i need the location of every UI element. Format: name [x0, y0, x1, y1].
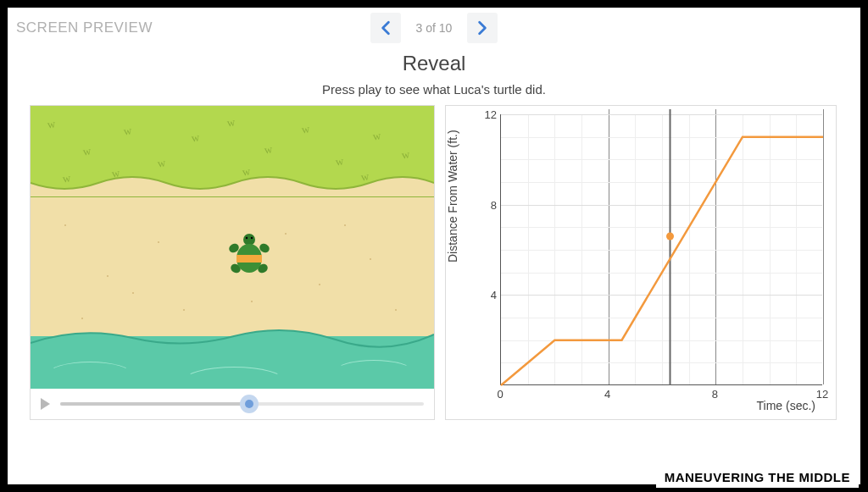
y-tick: 8 [483, 198, 497, 211]
chart-plot-area [500, 114, 822, 385]
y-tick: 4 [483, 289, 497, 301]
svg-point-7 [246, 237, 248, 239]
water-edge-icon [31, 321, 434, 351]
screen-preview-label: SCREEN PREVIEW [16, 19, 370, 36]
playback-slider[interactable] [60, 402, 424, 406]
brand-label: MANEUVERING THE MIDDLE [656, 467, 859, 488]
x-tick: 4 [604, 388, 610, 401]
chevron-right-icon [476, 20, 488, 36]
page-subtitle: Press play to see what Luca's turtle did… [8, 82, 860, 97]
beach-scene: w w w w w w w w w w w w w w w [31, 106, 434, 389]
playback-knob[interactable] [240, 395, 259, 413]
x-tick: 0 [497, 388, 503, 401]
chart-line [501, 137, 823, 385]
chart-svg [501, 114, 823, 385]
animation-panel: w w w w w w w w w w w w w w w [30, 105, 435, 420]
page-indicator: 3 of 10 [401, 21, 468, 35]
header: SCREEN PREVIEW 3 of 10 [8, 8, 860, 48]
play-button[interactable] [41, 398, 50, 410]
playback-fill [60, 402, 249, 406]
grass-edge-icon [31, 176, 434, 196]
y-tick: 12 [483, 108, 497, 121]
y-axis-label: Distance From Water (ft.) [446, 130, 459, 263]
prev-button[interactable] [370, 13, 401, 43]
plot-region [500, 114, 822, 385]
next-button[interactable] [467, 13, 498, 43]
x-tick: 8 [712, 388, 718, 401]
svg-rect-6 [236, 255, 262, 263]
current-point [666, 233, 674, 240]
page-title: Reveal [8, 52, 860, 75]
x-axis-label: Time (sec.) [757, 399, 815, 412]
water-region [31, 336, 434, 389]
nav-group: 3 of 10 [370, 13, 498, 43]
svg-point-8 [251, 237, 253, 239]
playback-bar [31, 389, 434, 419]
x-tick: 12 [816, 388, 828, 401]
app-frame: SCREEN PREVIEW 3 of 10 Reveal Press play… [0, 0, 868, 492]
grass-region: w w w w w w w w w w w w w w w [31, 106, 434, 197]
panels: w w w w w w w w w w w w w w w [8, 105, 860, 420]
svg-point-0 [243, 234, 255, 246]
chart-panel: Distance From Water (ft.) [445, 105, 837, 420]
chevron-left-icon [380, 20, 392, 36]
turtle-icon [224, 231, 275, 282]
